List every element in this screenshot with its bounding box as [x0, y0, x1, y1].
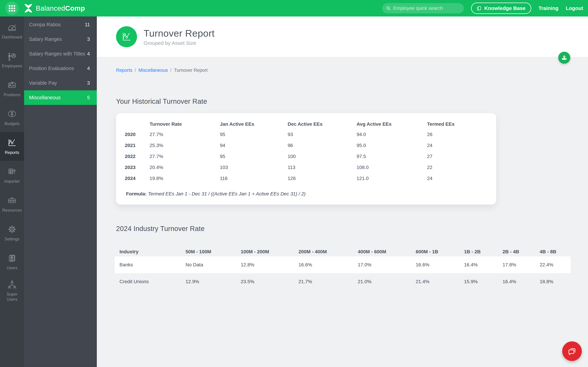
- chat-icon: [567, 346, 577, 356]
- document-icon: [477, 6, 482, 11]
- report-icon-circle: [116, 26, 137, 47]
- brand-logo: BalancedComp: [23, 3, 85, 13]
- breadcrumb: Reports / Miscellaneous / Turnover Repor…: [116, 68, 588, 73]
- industry-table-header: Industry 50M - 100M 100M - 200M 200M - 4…: [115, 247, 571, 256]
- sidebar-item-super-users[interactable]: Super Users: [0, 276, 24, 305]
- reports-submenu: Compa Ratios 11 Salary Ranges 3 Salary R…: [24, 17, 97, 367]
- users-card-icon: [7, 253, 17, 263]
- settings-gear-icon: [7, 224, 17, 234]
- breadcrumb-current: Turnover Report: [174, 68, 208, 73]
- submenu-item-miscellaneous[interactable]: Miscellaneous 5: [24, 90, 97, 105]
- page-subtitle: Grouped by Asset Size: [144, 40, 215, 46]
- sidebar-item-dashboard[interactable]: Dashboard: [0, 17, 24, 45]
- sidebar-item-budgets[interactable]: Budgets: [0, 103, 24, 132]
- search-icon: [386, 6, 391, 11]
- app-grid-button[interactable]: [5, 1, 18, 15]
- importer-sheet-icon: [7, 167, 17, 176]
- submenu-item-salary-ranges-with-titles[interactable]: Salary Ranges with Titles 4: [24, 47, 97, 61]
- download-icon: [561, 54, 568, 61]
- table-row: 2022 27.7% 95 100 97.5 27: [116, 151, 496, 162]
- balancedcomp-logo-icon: [23, 3, 33, 13]
- logout-link[interactable]: Logout: [566, 5, 583, 11]
- historical-turnover-card: Turnover Rate Jan Active EEs Dec Active …: [116, 113, 496, 205]
- table-row-banks: Banks No Data 12.8% 16.6% 17.0% 16.6% 16…: [115, 256, 571, 273]
- historical-table-header: Turnover Rate Jan Active EEs Dec Active …: [116, 119, 496, 129]
- brand-name: BalancedComp: [36, 4, 85, 12]
- dashboard-gauge-icon: [7, 22, 17, 32]
- table-row: 2021 25.3% 94 96 95.0 24: [116, 140, 496, 151]
- search-input[interactable]: [393, 6, 460, 11]
- sidebar-item-resources[interactable]: Resources: [0, 190, 24, 218]
- knowledge-base-button[interactable]: Knowledge Base: [471, 3, 531, 14]
- sidebar-item-settings[interactable]: Settings: [0, 218, 24, 247]
- breadcrumb-separator: /: [135, 68, 136, 73]
- page-title: Turnover Report: [144, 28, 215, 39]
- submenu-item-compa-ratios[interactable]: Compa Ratios 11: [24, 17, 97, 32]
- sidebar-item-positions[interactable]: Positions: [0, 74, 24, 103]
- table-row-credit-unions: Credit Unions 12.9% 23.5% 21.7% 21.0% 21…: [115, 273, 571, 290]
- sidebar-item-importer[interactable]: Importer: [0, 161, 24, 190]
- resources-briefcase-icon: [7, 195, 17, 205]
- training-link[interactable]: Training: [538, 5, 559, 11]
- super-users-tree-icon: [7, 279, 17, 289]
- employees-org-icon: [7, 51, 17, 61]
- count-badge: 5: [87, 95, 90, 100]
- employee-quick-search[interactable]: [382, 3, 464, 13]
- report-header: Turnover Report Grouped by Asset Size: [97, 17, 588, 57]
- sidebar-item-employees[interactable]: Employees: [0, 45, 24, 74]
- budgets-dollar-icon: [7, 109, 17, 119]
- breadcrumb-link-miscellaneous[interactable]: Miscellaneous: [138, 68, 168, 73]
- submenu-item-salary-ranges[interactable]: Salary Ranges 3: [24, 32, 97, 47]
- count-badge: 3: [87, 80, 90, 86]
- download-report-button[interactable]: [558, 52, 570, 64]
- breadcrumb-link-reports[interactable]: Reports: [116, 68, 132, 73]
- historical-section-heading: Your Historical Turnover Rate: [116, 98, 588, 105]
- formula-note: Formula: Termed EEs Jan 1 - Dec 31 / ((A…: [126, 191, 496, 197]
- count-badge: 3: [87, 36, 90, 42]
- sidebar-item-reports[interactable]: Reports: [0, 132, 24, 161]
- count-badge: 4: [87, 66, 90, 71]
- submenu-item-position-evaluations[interactable]: Position Evaluations 4: [24, 61, 97, 76]
- main-content: Turnover Report Grouped by Asset Size Re…: [97, 17, 588, 367]
- industry-section-heading: 2024 Industry Turnover Rate: [116, 225, 588, 233]
- table-row: 2020 27.7% 95 93 94.0 26: [116, 129, 496, 140]
- table-row: 2023 20.4% 103 113 108.0 22: [116, 162, 496, 173]
- line-chart-icon: [121, 31, 132, 42]
- sidebar-item-users[interactable]: Users: [0, 247, 24, 276]
- top-bar: BalancedComp Knowledge Base Training Log…: [0, 0, 588, 17]
- table-row: 2024 19.8% 116 126 121.0 24: [116, 173, 496, 184]
- count-badge: 4: [87, 51, 90, 57]
- grid-icon: [9, 5, 15, 11]
- chat-button[interactable]: [562, 342, 582, 361]
- count-badge: 11: [85, 22, 90, 27]
- industry-turnover-table: Industry 50M - 100M 100M - 200M 200M - 4…: [115, 247, 571, 290]
- reports-chart-icon: [7, 138, 17, 148]
- positions-card-icon: [7, 80, 17, 90]
- submenu-item-variable-pay[interactable]: Variable Pay 3: [24, 76, 97, 90]
- icon-sidebar: Dashboard Employees: [0, 17, 24, 367]
- breadcrumb-separator: /: [170, 68, 172, 73]
